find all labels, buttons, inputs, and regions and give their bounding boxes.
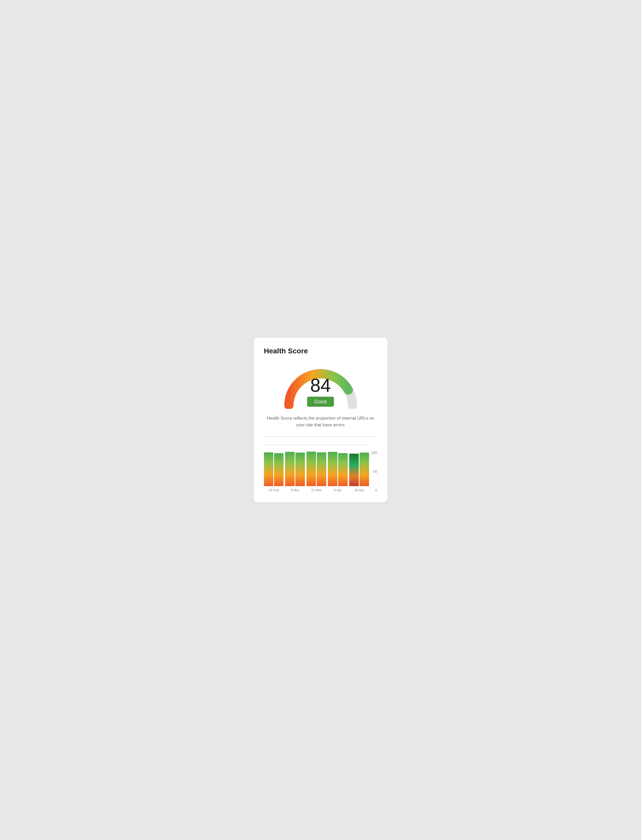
bar-group-20apr bbox=[349, 445, 369, 486]
x-label-6apr: 6 Apr bbox=[328, 488, 348, 492]
bar-9mar-1 bbox=[285, 452, 295, 486]
gauge-badge: Good bbox=[307, 397, 334, 407]
health-score-card: Health Score bbox=[254, 338, 388, 502]
y-label-50: 50 bbox=[373, 470, 377, 473]
y-label-0: 0 bbox=[375, 488, 377, 492]
gauge-center: 84 Good bbox=[307, 376, 334, 407]
y-axis: 100 50 0 bbox=[369, 451, 377, 492]
bar-group-23mar bbox=[306, 445, 326, 486]
x-label-24feb: 24 Feb bbox=[264, 488, 284, 492]
gauge-score: 84 bbox=[310, 376, 331, 395]
bar-23mar-1 bbox=[306, 452, 316, 486]
bar-9mar-2 bbox=[295, 452, 305, 486]
bar-group-6apr bbox=[328, 445, 348, 486]
bar-6apr-2 bbox=[338, 453, 348, 486]
bar-24feb-2 bbox=[274, 453, 283, 486]
x-label-20apr: 20 Apr bbox=[349, 488, 369, 492]
bar-group-9mar bbox=[285, 445, 305, 486]
health-score-description: Health Score reflects the proportion of … bbox=[264, 415, 377, 428]
chart-area: 24 Feb 9 Mar 23 Mar 6 Apr 20 Apr bbox=[264, 445, 377, 492]
x-label-group-23mar: 23 Mar bbox=[306, 488, 326, 492]
x-label-23mar: 23 Mar bbox=[306, 488, 326, 492]
bar-20apr-2 bbox=[359, 452, 369, 486]
gauge-container: 84 Good bbox=[264, 362, 377, 409]
bar-group-24feb bbox=[264, 445, 284, 486]
page-title: Health Score bbox=[264, 347, 377, 355]
chart-bars-container bbox=[264, 445, 369, 486]
x-label-group-20apr: 20 Apr bbox=[349, 488, 369, 492]
bar-20apr-1 bbox=[349, 454, 359, 486]
y-label-100: 100 bbox=[371, 451, 377, 454]
chart-inner: 24 Feb 9 Mar 23 Mar 6 Apr 20 Apr bbox=[264, 445, 369, 492]
x-label-group-24feb: 24 Feb bbox=[264, 488, 284, 492]
bar-6apr-1 bbox=[328, 452, 337, 486]
bar-23mar-2 bbox=[317, 452, 326, 486]
bar-24feb-1 bbox=[264, 452, 274, 486]
x-axis: 24 Feb 9 Mar 23 Mar 6 Apr 20 Apr bbox=[264, 488, 369, 492]
x-label-group-9mar: 9 Mar bbox=[285, 488, 305, 492]
gridline-100 bbox=[264, 444, 369, 445]
gauge-wrapper: 84 Good bbox=[277, 362, 364, 409]
chart-section: 24 Feb 9 Mar 23 Mar 6 Apr 20 Apr bbox=[264, 443, 377, 492]
x-label-9mar: 9 Mar bbox=[285, 488, 305, 492]
x-label-group-6apr: 6 Apr bbox=[328, 488, 348, 492]
divider bbox=[264, 436, 377, 437]
